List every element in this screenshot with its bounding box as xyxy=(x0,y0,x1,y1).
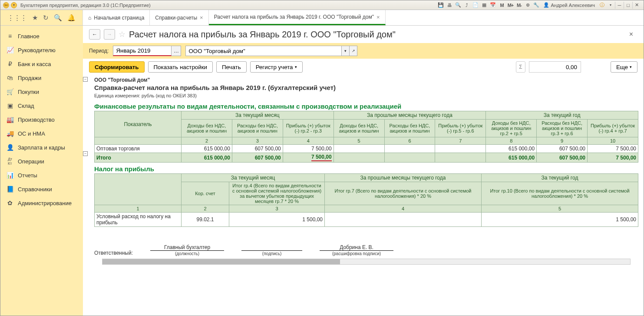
section1-title: Финансовые результаты по видам деятельно… xyxy=(94,103,638,110)
group-prev-months: За прошлые месяцы текущего года xyxy=(334,111,486,120)
nav-forward-button[interactable]: → xyxy=(104,29,115,40)
h2-prev-months: За прошлые месяцы текущего года xyxy=(325,174,482,182)
favorite-star-icon[interactable]: ☆ xyxy=(119,30,125,39)
sidebar-item-sales[interactable]: 🛍Продажи xyxy=(0,71,83,85)
sidebar-item-manager[interactable]: 📈Руководителю xyxy=(0,43,83,57)
horizontal-scrollbar[interactable] xyxy=(102,259,631,265)
history-icon[interactable]: ↻ xyxy=(43,14,49,22)
sidebar-item-label: Продажи xyxy=(18,75,41,81)
chevron-down-icon: ▾ xyxy=(630,65,632,69)
collapse-toggle-1[interactable]: − xyxy=(83,77,88,82)
search-icon[interactable]: 🔍 xyxy=(54,14,62,22)
tab-tax-calc-close-icon[interactable]: × xyxy=(376,14,380,20)
h-expense-p: Расходы без НДС, акцизов и пошлин xyxy=(384,120,435,137)
section2-title: Налог на прибыль xyxy=(94,165,638,173)
m-plus-button[interactable]: M+ xyxy=(506,2,514,9)
sidebar-item-label: Справочники xyxy=(18,186,52,193)
sidebar-item-assets[interactable]: 🚚ОС и НМА xyxy=(0,126,83,140)
period-label: Период: xyxy=(89,48,109,54)
bell-icon[interactable]: 🔔 xyxy=(67,14,76,22)
m-minus-button[interactable]: M- xyxy=(515,2,523,9)
more-button[interactable]: Еще▾ xyxy=(611,61,637,73)
truck-icon: 🚚 xyxy=(7,130,13,137)
sidebar-item-warehouse[interactable]: ▣Склад xyxy=(0,99,83,113)
sidebar-item-main[interactable]: ≡Главное xyxy=(0,29,83,43)
apps-icon[interactable]: ⋮⋮⋮ xyxy=(7,14,27,22)
h-profit-p: Прибыль (+) убыток (-) гр.5 - гр.6 xyxy=(435,120,486,137)
h-expense-y: Расходы без НДС, акцизов и пошлин гр.3 +… xyxy=(537,120,588,137)
zoom-icon[interactable]: ⊕ xyxy=(524,2,532,9)
sidebar-item-bank[interactable]: ₽Банк и касса xyxy=(0,57,83,71)
table-icon[interactable]: ▦ xyxy=(480,2,488,9)
organization-dropdown-icon[interactable]: ▾ xyxy=(342,46,350,56)
sidebar-item-reports[interactable]: 📊Отчеты xyxy=(0,168,83,182)
collapse-toggle-2[interactable]: − xyxy=(83,151,88,156)
sidebar-item-purchases[interactable]: 🛒Покупки xyxy=(0,85,83,99)
upload-icon[interactable]: ⤴ xyxy=(463,2,471,9)
organization-open-icon[interactable]: ↗ xyxy=(350,46,357,56)
window-titlebar: 1c ▾ Бухгалтерия предприятия, редакция 3… xyxy=(0,0,644,10)
sidebar: ≡Главное 📈Руководителю ₽Банк и касса 🛍Пр… xyxy=(0,26,83,316)
main-icon: ≡ xyxy=(7,33,13,40)
page-title: Расчет налога на прибыль за Январь 2019 … xyxy=(129,30,396,40)
nav-back-button[interactable]: ← xyxy=(89,29,100,40)
sidebar-item-label: ОС и НМА xyxy=(18,130,45,137)
tab-tax-calc-label: Расчет налога на прибыль за Январь 2019 … xyxy=(214,14,374,20)
info-icon[interactable]: ⓘ xyxy=(598,2,606,9)
period-input[interactable] xyxy=(113,46,172,56)
h2-c3: Итог гр.4 (Всего по видам деятельности с… xyxy=(229,182,325,205)
info-dropdown-icon[interactable]: ▾ xyxy=(607,2,614,9)
sidebar-item-label: Производство xyxy=(18,116,55,123)
save-icon[interactable]: 💾 xyxy=(437,2,445,9)
tab-home[interactable]: ⌂ Начальная страница xyxy=(83,10,150,25)
h2-cur-month: За текущий месяц xyxy=(182,174,325,182)
maximize-button[interactable]: □ xyxy=(624,2,632,9)
tab-reports[interactable]: Справки-расчеты × xyxy=(150,10,208,25)
favorite-icon[interactable]: ★ xyxy=(32,14,38,22)
user-badge[interactable]: 👤 Андрей Алексеевич xyxy=(543,2,595,8)
sidebar-item-label: Главное xyxy=(18,33,40,40)
h-profit-m: Прибыль (+) убыток (-) гр.2 - гр.3 xyxy=(283,120,334,137)
sidebar-item-operations[interactable]: ДтКтОперации xyxy=(0,154,83,168)
close-button[interactable]: ✕ xyxy=(632,2,641,9)
tab-tax-calc[interactable]: Расчет налога на прибыль за Январь 2019 … xyxy=(209,10,386,25)
sign-position-line: (должность) xyxy=(150,250,224,256)
bag-icon: 🛍 xyxy=(7,74,13,81)
sidebar-item-hr[interactable]: 👤Зарплата и кадры xyxy=(0,140,83,154)
sidebar-item-reference[interactable]: 📘Справочники xyxy=(0,182,83,196)
form-button[interactable]: Сформировать xyxy=(89,61,145,73)
print-icon[interactable]: 🖶 xyxy=(446,2,453,9)
tools-icon[interactable]: 🔧 xyxy=(532,2,540,9)
barchart-icon: 📊 xyxy=(7,172,13,179)
calendar-icon[interactable]: 📅 xyxy=(489,2,497,9)
show-settings-button[interactable]: Показать настройки xyxy=(148,61,213,73)
signature-row: Ответственный: Главный бухгалтер (должно… xyxy=(94,244,638,256)
page-close-icon[interactable]: × xyxy=(629,30,633,38)
home-icon: ⌂ xyxy=(88,15,91,21)
cart-icon: 🛒 xyxy=(7,88,13,95)
m-button[interactable]: M xyxy=(498,2,505,9)
tab-reports-close-icon[interactable]: × xyxy=(200,14,203,21)
minimize-button[interactable]: ─ xyxy=(615,2,624,9)
sign-name-value: Добрина Е. В. xyxy=(340,244,373,250)
organization-input[interactable] xyxy=(185,46,342,56)
col-indicator: Показатель xyxy=(95,111,182,137)
copy-icon[interactable]: 📄 xyxy=(472,2,479,9)
h-income-y: Доходы без НДС, акцизов и пошлин гр.2 + … xyxy=(486,120,537,137)
table-row: Условный расход по налогу на прибыль 99.… xyxy=(95,213,638,227)
sidebar-item-production[interactable]: 🏭Производство xyxy=(0,113,83,126)
sidebar-item-admin[interactable]: ✿Администрирование xyxy=(0,196,83,210)
sidebar-item-label: Администрирование xyxy=(18,200,72,206)
section1-table: Показатель За текущий месяц За прошлые м… xyxy=(94,111,638,163)
preview-icon[interactable]: 🔍 xyxy=(454,2,462,9)
app-menu-dropdown-icon[interactable]: ▾ xyxy=(11,2,17,8)
sidebar-item-label: Отчеты xyxy=(18,172,37,179)
user-name: Андрей Алексеевич xyxy=(551,3,595,8)
sigma-icon: Σ xyxy=(516,61,525,73)
sum-input[interactable] xyxy=(529,61,581,73)
h2-c5: Итог гр.10 (Всего по видам деятельности … xyxy=(482,182,638,205)
print-button[interactable]: Печать xyxy=(216,61,247,73)
period-picker-button[interactable]: … xyxy=(172,46,181,56)
register-button[interactable]: Регистр учета▾ xyxy=(250,61,303,73)
sidebar-item-label: Склад xyxy=(18,103,34,109)
